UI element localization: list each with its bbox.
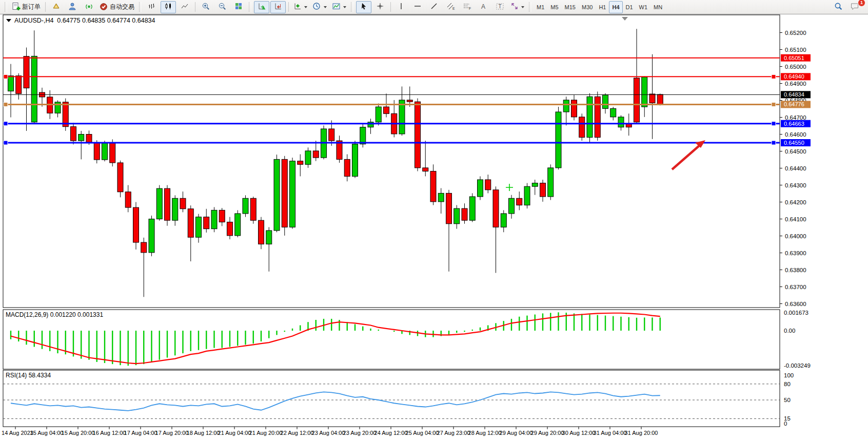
price-tick-label: 0.65100 (785, 47, 806, 53)
periods-button[interactable] (310, 1, 329, 13)
timeframe-m15[interactable]: M15 (562, 1, 579, 13)
time-tick-label: 27 Aug 23:00 (437, 430, 470, 436)
macd-tick-label: 0.00 (784, 328, 795, 334)
channel-button[interactable]: E (443, 1, 458, 13)
line-handle[interactable] (4, 122, 8, 126)
toolbar-separator (195, 2, 195, 12)
line-handle[interactable] (4, 74, 8, 79)
candle-body (469, 197, 475, 220)
arrows-button[interactable] (508, 1, 526, 13)
candle-body (587, 97, 593, 137)
zoom-in-button[interactable] (198, 1, 213, 13)
macd-tick-label: 0.001673 (784, 310, 808, 316)
macd-pane[interactable] (3, 310, 780, 369)
new-order-button[interactable]: 新订单 (10, 1, 43, 13)
fibonacci-icon: F (463, 2, 471, 12)
time-tick-label: 31 Aug 20:00 (625, 430, 658, 436)
indicators-button[interactable] (291, 1, 309, 13)
line-chart-button[interactable] (177, 1, 192, 13)
timeframe-m5[interactable]: M5 (547, 1, 561, 13)
search-button[interactable] (831, 1, 846, 13)
signal-icon (85, 2, 93, 12)
time-tick-label: 18 Aug 12:00 (187, 430, 220, 436)
profile-button[interactable] (65, 1, 80, 13)
svg-text:A: A (481, 3, 485, 10)
candle-body (657, 94, 663, 105)
candle-body (243, 198, 248, 214)
line-handle[interactable] (772, 122, 776, 126)
chart-shift-button[interactable] (270, 1, 286, 13)
candle-body (313, 151, 319, 158)
cursor-button[interactable] (356, 1, 371, 13)
tile-windows-icon (234, 2, 243, 12)
vertical-line-button[interactable] (393, 1, 409, 13)
candle-body (133, 207, 139, 242)
price-tick-label: 0.65000 (785, 64, 806, 70)
line-handle[interactable] (4, 141, 8, 145)
candle-body (102, 143, 108, 160)
timeframe-d1[interactable]: D1 (623, 1, 636, 13)
candle-body (298, 161, 303, 165)
timeframe-m1[interactable]: M1 (534, 1, 547, 13)
chart-canvas[interactable]: 0.652000.651000.650000.649000.648000.647… (0, 14, 868, 439)
timeframe-m30[interactable]: M30 (579, 1, 596, 13)
candlestick-button[interactable] (161, 1, 176, 13)
new-order-icon (12, 2, 21, 12)
crosshair-button[interactable] (372, 1, 388, 13)
autoscroll-button[interactable] (254, 1, 269, 13)
line-handle[interactable] (772, 74, 776, 79)
price-tick-label: 0.64400 (785, 165, 806, 171)
candle-body (141, 242, 147, 253)
time-tick-label: 29 Aug 20:00 (531, 430, 564, 436)
arrows-icon (510, 2, 519, 12)
fibonacci-button[interactable]: F (459, 1, 475, 13)
candle-body (454, 208, 460, 224)
candle-body (595, 97, 600, 137)
text-button[interactable]: A (476, 1, 491, 13)
market-watch-button[interactable] (48, 1, 64, 13)
candle-body (250, 198, 256, 220)
timeframe-bar: M1M5M15M30H1H4D1W1MN (534, 1, 665, 13)
templates-icon (332, 2, 341, 12)
templates-button[interactable] (330, 1, 348, 13)
candle-body (8, 76, 14, 91)
rsi-pane[interactable] (3, 370, 780, 427)
line-handle[interactable] (772, 102, 776, 106)
time-tick-label: 24 Aug 12:00 (374, 430, 408, 436)
trendline-button[interactable] (426, 1, 442, 13)
timeframe-mn[interactable]: MN (650, 1, 665, 13)
chart-window[interactable]: 0.652000.651000.650000.649000.648000.647… (0, 14, 868, 439)
bar-chart-icon (148, 2, 156, 12)
price-tick-label: 0.63800 (785, 267, 806, 273)
time-tick-label: 17 Aug 20:00 (155, 430, 189, 436)
label-button[interactable]: T (492, 1, 507, 13)
tile-windows-button[interactable] (231, 1, 246, 13)
candle-body (524, 186, 530, 205)
bar-chart-button[interactable] (144, 1, 160, 13)
horizontal-line-button[interactable] (410, 1, 425, 13)
candle-body (165, 188, 170, 220)
candle-body (430, 171, 436, 201)
candle-body (642, 77, 647, 107)
candle-body (423, 168, 428, 171)
line-handle[interactable] (772, 141, 776, 145)
notifications-button[interactable]: 1 (847, 1, 862, 13)
autotrading-button[interactable]: 自动交易 (97, 1, 136, 13)
price-pane[interactable] (3, 15, 780, 308)
candle-body (407, 100, 412, 102)
time-tick-label: 14 Aug 2023 (2, 430, 33, 436)
timeframe-h4[interactable]: H4 (609, 1, 622, 13)
zoom-out-button[interactable] (214, 1, 230, 13)
timeframe-h1[interactable]: H1 (596, 1, 609, 13)
market-watch-icon (52, 2, 61, 12)
line-handle[interactable] (4, 102, 8, 106)
new-order-label: 新订单 (22, 3, 41, 11)
dropdown-caret-icon (521, 6, 524, 10)
signal-button[interactable] (81, 1, 96, 13)
candle-body (305, 151, 311, 164)
timeframe-w1[interactable]: W1 (636, 1, 651, 13)
price-line-badge-label: 0.65051 (784, 55, 804, 61)
chart-title: AUDUSD-,H4 0.64775 0.64835 0.64774 0.648… (14, 17, 155, 24)
dropdown-caret-icon (343, 6, 346, 10)
candle-body (31, 56, 37, 122)
